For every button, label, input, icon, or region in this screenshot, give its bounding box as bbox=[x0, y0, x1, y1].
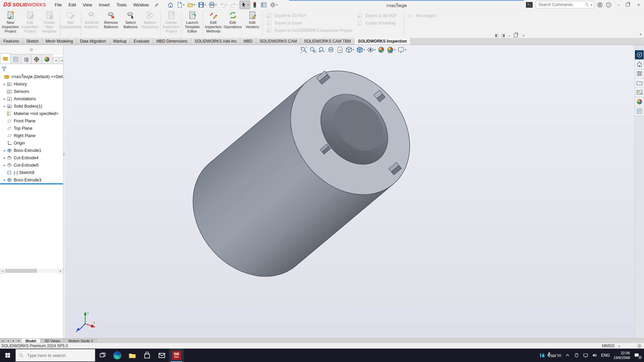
collapse-ribbon-icon[interactable]: ▴ bbox=[640, 32, 641, 36]
file-explorer-app-button[interactable] bbox=[125, 349, 140, 362]
tree-item-front-plane[interactable]: Front Plane bbox=[0, 117, 63, 125]
print-dropdown-icon[interactable]: ▾ bbox=[215, 3, 217, 6]
expand-icon[interactable]: ▸ bbox=[2, 97, 7, 101]
notification-button[interactable]: 4 bbox=[634, 353, 640, 358]
save-button[interactable]: ▾ bbox=[197, 1, 207, 9]
panel-horizontal-scrollbar[interactable]: ◂ ▸ bbox=[0, 269, 63, 273]
tree-item-boss-extrude1[interactable]: ▸Boss-Extrude1 bbox=[0, 147, 63, 154]
dimxpertmanager-tab[interactable] bbox=[32, 54, 42, 64]
tree-item-material-not-specified-[interactable]: Material <not specified> bbox=[0, 110, 63, 117]
solidworks-app-button[interactable]: SW2024 bbox=[169, 349, 184, 362]
filter-icon[interactable] bbox=[1, 66, 7, 72]
doc-minimize-icon[interactable]: – bbox=[508, 34, 510, 38]
web-help-icon[interactable] bbox=[637, 344, 642, 348]
menu-insert[interactable]: Insert bbox=[96, 1, 113, 9]
open-dropdown-icon[interactable]: ▾ bbox=[194, 3, 195, 6]
launch-template-editor-button[interactable]: Launch Template Editor bbox=[182, 9, 202, 34]
graphics-area[interactable]: A▾▾▾▾▾ bbox=[65, 45, 635, 339]
new-inspection-project-button[interactable]: New Inspection Project bbox=[1, 9, 20, 34]
tab-solidworks-add-ins[interactable]: SOLIDWORKS Add-Ins bbox=[191, 38, 240, 45]
edge-button[interactable] bbox=[110, 349, 125, 362]
undo-dropdown-icon[interactable]: ▾ bbox=[226, 3, 227, 6]
menu-edit[interactable]: Edit bbox=[65, 1, 79, 9]
configurationmanager-tab[interactable] bbox=[21, 54, 32, 64]
displaymanager-tab[interactable] bbox=[42, 54, 52, 64]
tab-solidworks-cam[interactable]: SOLIDWORKS CAM bbox=[256, 38, 301, 45]
expand-icon[interactable]: ▸ bbox=[2, 178, 7, 182]
terminal-icon[interactable]: >_ bbox=[526, 2, 533, 8]
custom-properties[interactable] bbox=[635, 107, 644, 116]
edit-inspection-methods-button[interactable]: Edit Inspection Methods bbox=[204, 9, 223, 34]
home[interactable] bbox=[635, 60, 644, 69]
home-button[interactable] bbox=[166, 1, 175, 9]
propertymanager-tab[interactable] bbox=[11, 54, 21, 64]
new-document-dropdown-icon[interactable]: ▾ bbox=[183, 3, 184, 6]
panel-grip[interactable] bbox=[30, 48, 33, 51]
select-balloons-button[interactable]: 111Select Balloons bbox=[121, 9, 140, 29]
tab-data-migration[interactable]: Data Migration bbox=[76, 38, 110, 45]
network-icon[interactable] bbox=[583, 353, 588, 358]
tree-item-top-plane[interactable]: Top Plane bbox=[0, 125, 63, 132]
expand-icon[interactable]: ▸ bbox=[2, 105, 7, 108]
pin-icon[interactable] bbox=[154, 2, 159, 7]
tree-item-solid-bodies-1-[interactable]: ▸Solid Bodies(1) bbox=[0, 103, 63, 110]
menu-view[interactable]: View bbox=[79, 1, 96, 9]
new-document-button[interactable]: ▾ bbox=[175, 1, 186, 9]
menu-window[interactable]: Window bbox=[130, 1, 152, 9]
store-button[interactable] bbox=[140, 349, 154, 362]
account-icon[interactable] bbox=[597, 2, 603, 8]
task-view-button[interactable] bbox=[95, 349, 110, 362]
undo-button[interactable]: ▾ bbox=[218, 1, 229, 9]
options-gear-dropdown-icon[interactable]: ▾ bbox=[276, 3, 278, 6]
display-settings-button[interactable] bbox=[259, 1, 268, 9]
appearances[interactable] bbox=[635, 97, 644, 107]
units-selector[interactable]: MMGS bbox=[602, 344, 614, 348]
remove-balloons-button[interactable]: 111Remove Balloons bbox=[101, 9, 121, 29]
expand-icon[interactable]: ▸ bbox=[2, 82, 7, 86]
redo-button[interactable]: ▾ bbox=[229, 1, 239, 9]
volume-icon[interactable] bbox=[592, 353, 597, 358]
restore-button[interactable] bbox=[626, 3, 630, 7]
expand-icon[interactable]: ▸ bbox=[2, 149, 7, 152]
scroll-right-icon[interactable]: ▸ bbox=[58, 269, 63, 274]
expand-icon[interactable]: ▸ bbox=[2, 164, 7, 167]
rebuild-traffic-light-button[interactable] bbox=[250, 1, 259, 9]
tab-markup[interactable]: Markup bbox=[110, 38, 130, 45]
options-gear-button[interactable]: ▾ bbox=[268, 1, 279, 9]
expand-icon[interactable]: ▸ bbox=[2, 156, 7, 160]
search-input[interactable] bbox=[538, 2, 584, 7]
tree-item--sketch8[interactable]: (-) Sketch8 bbox=[0, 169, 63, 176]
doc-restore-icon[interactable] bbox=[514, 34, 518, 37]
chevron-up-icon[interactable] bbox=[565, 353, 570, 358]
scrollbar-thumb[interactable] bbox=[5, 269, 37, 273]
select-cursor-dropdown-icon[interactable]: ▾ bbox=[248, 3, 249, 6]
scroll-left-icon[interactable]: ◂ bbox=[0, 269, 5, 274]
mail-button[interactable] bbox=[154, 349, 169, 362]
tree-item-right-plane[interactable]: Right Plane bbox=[0, 132, 63, 139]
tab-scroll-left-icon[interactable]: ◂ bbox=[53, 57, 59, 64]
close-button[interactable]: × bbox=[635, 2, 643, 7]
tab-mesh-modeling[interactable]: Mesh Modeling bbox=[42, 38, 76, 45]
tree-item-boss-extrude3[interactable]: ▸Boss-Extrude3 bbox=[0, 176, 63, 184]
tab-mbd-dimensions[interactable]: MBD Dimensions bbox=[153, 38, 191, 45]
design-library[interactable] bbox=[635, 69, 644, 78]
clock[interactable]: 22:0619/6/2568 bbox=[613, 351, 630, 360]
help-icon[interactable]: ? bbox=[606, 2, 611, 8]
tree-item-origin[interactable]: Origin bbox=[0, 139, 63, 147]
tree-root[interactable]: กรอบใหญ่พ (Default) <<Default>_Displ bbox=[0, 73, 63, 80]
minimize-button[interactable]: – bbox=[614, 2, 622, 7]
tab-solidworks-cam-tbm[interactable]: SOLIDWORKS CAM TBM bbox=[301, 38, 355, 45]
tree-item-cut-extrude4[interactable]: ▸Cut-Extrude4 bbox=[0, 154, 63, 162]
print-button[interactable]: ▾ bbox=[207, 1, 218, 9]
file-explorer[interactable] bbox=[635, 78, 644, 88]
units-dropdown-icon[interactable]: ▴ bbox=[619, 344, 620, 347]
weather-widget[interactable]: ชื้นมาก bbox=[540, 352, 561, 359]
model-cylinder[interactable] bbox=[65, 45, 635, 339]
view-palette[interactable] bbox=[635, 88, 644, 97]
menu-tools[interactable]: Tools bbox=[113, 1, 130, 9]
tree-item-annotations[interactable]: ▸AAnnotations bbox=[0, 95, 63, 103]
scrollbar-track[interactable] bbox=[5, 269, 58, 273]
start-button[interactable] bbox=[0, 349, 15, 362]
tab-solidworks-inspection[interactable]: SOLIDWORKS Inspection bbox=[355, 38, 411, 45]
save-dropdown-icon[interactable]: ▾ bbox=[205, 3, 206, 6]
